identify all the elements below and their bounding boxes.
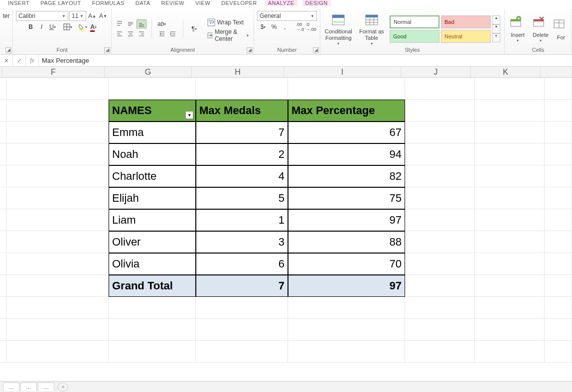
pivot-filter-button[interactable]: ▾ — [185, 111, 193, 119]
sheet-tab-3[interactable]: … — [38, 383, 54, 391]
cell[interactable] — [288, 341, 405, 363]
cell[interactable] — [405, 275, 475, 297]
pivot-row-name[interactable]: Oliver — [109, 231, 196, 253]
conditional-formatting-button[interactable]: Conditional Formatting▾ — [323, 12, 354, 45]
cell[interactable] — [288, 78, 405, 100]
cell[interactable] — [6, 78, 109, 100]
style-good[interactable]: Good — [390, 30, 439, 43]
cell[interactable] — [405, 319, 475, 341]
cell[interactable] — [475, 209, 545, 231]
underline-button[interactable]: U▾ — [48, 22, 58, 32]
col-header-H[interactable]: H — [192, 67, 284, 77]
cell[interactable] — [405, 297, 475, 319]
cell[interactable] — [475, 100, 545, 122]
text-direction-button[interactable]: ¶▾ — [189, 24, 199, 33]
col-header-I[interactable]: I — [284, 67, 401, 77]
cell[interactable] — [405, 187, 475, 209]
styles-scroll-up[interactable]: ▲ — [492, 15, 500, 24]
pivot-row-medals[interactable]: 1 — [196, 209, 288, 231]
format-cells-button[interactable]: For — [554, 18, 569, 40]
tab-design[interactable]: DESIGN — [302, 0, 331, 6]
styles-more[interactable]: ▾ — [492, 33, 500, 42]
cell[interactable] — [6, 319, 109, 341]
cell[interactable] — [405, 209, 475, 231]
tab-view[interactable]: VIEW — [192, 0, 213, 6]
cell[interactable] — [196, 78, 288, 100]
insert-cells-button[interactable]: Insert▾ — [508, 15, 528, 43]
cell[interactable] — [109, 78, 196, 100]
cell[interactable] — [475, 297, 545, 319]
cell[interactable] — [405, 143, 475, 165]
pivot-total-medals[interactable]: 7 — [196, 275, 288, 297]
cell[interactable] — [405, 78, 475, 100]
shrink-font-button[interactable]: A▼ — [98, 11, 108, 21]
cell[interactable] — [475, 165, 545, 187]
tab-review[interactable]: REVIEW — [158, 0, 187, 6]
pivot-row-medals[interactable]: 5 — [196, 187, 288, 209]
pivot-row-name[interactable]: Elijah — [109, 187, 196, 209]
cell[interactable] — [6, 253, 109, 275]
pivot-row-name[interactable]: Liam — [109, 209, 196, 231]
comma-button[interactable]: , — [280, 22, 290, 32]
cell[interactable] — [6, 231, 109, 253]
pivot-row-medals[interactable]: 2 — [196, 143, 288, 165]
col-header-G[interactable]: G — [105, 67, 192, 77]
wrap-text-button[interactable]: Wrap Text — [205, 17, 251, 28]
cell[interactable] — [475, 231, 545, 253]
cell[interactable] — [475, 122, 545, 143]
align-center-button[interactable] — [126, 29, 136, 38]
grow-font-button[interactable]: A▲ — [87, 11, 97, 21]
align-left-button[interactable] — [115, 29, 125, 38]
col-header-K[interactable]: K — [471, 67, 541, 77]
cell[interactable] — [475, 319, 545, 341]
pivot-row-name[interactable]: Emma — [109, 122, 196, 143]
worksheet-grid[interactable]: FGHIJK NAMES▾Max MedalsMax PercentageEmm… — [0, 67, 572, 386]
pivot-row-name[interactable]: Charlotte — [109, 165, 196, 187]
cell[interactable] — [196, 297, 288, 319]
style-bad[interactable]: Bad — [441, 15, 491, 28]
delete-cells-button[interactable]: Delete▾ — [531, 15, 551, 43]
pivot-header-names[interactable]: NAMES▾ — [109, 100, 196, 122]
cell[interactable] — [6, 100, 109, 122]
col-header-J[interactable]: J — [401, 67, 471, 77]
new-sheet-button[interactable]: ＋ — [57, 383, 68, 392]
cell[interactable] — [475, 275, 545, 297]
col-header-F[interactable]: F — [2, 67, 105, 77]
font-size-combo[interactable]: 11▼ — [69, 11, 86, 21]
percent-button[interactable]: % — [269, 22, 279, 32]
style-neutral[interactable]: Neutral — [441, 30, 491, 43]
number-launcher[interactable]: ◢ — [313, 47, 319, 53]
cell[interactable] — [109, 319, 196, 341]
cell[interactable] — [288, 319, 405, 341]
tab-analyze[interactable]: ANALYZE — [265, 0, 297, 6]
pivot-row-medals[interactable]: 3 — [196, 231, 288, 253]
cell[interactable] — [109, 297, 196, 319]
cell[interactable] — [196, 341, 288, 363]
decrease-indent-button[interactable] — [157, 29, 167, 38]
align-top-button[interactable] — [115, 19, 125, 28]
paste-button[interactable]: ter — [1, 11, 11, 21]
tab-page-layout[interactable]: PAGE LAYOUT — [37, 0, 84, 6]
decrease-decimal-button[interactable]: .0→.00 — [306, 22, 316, 32]
cell[interactable] — [475, 341, 545, 363]
cell[interactable] — [6, 187, 109, 209]
pivot-row-medals[interactable]: 4 — [196, 165, 288, 187]
fill-color-button[interactable]: ▾ — [78, 22, 88, 32]
pivot-row-name[interactable]: Noah — [109, 143, 196, 165]
pivot-row-medals[interactable]: 7 — [196, 122, 288, 143]
tab-data[interactable]: DATA — [133, 0, 153, 6]
pivot-row-pct[interactable]: 75 — [288, 187, 405, 209]
cell[interactable] — [405, 165, 475, 187]
increase-decimal-button[interactable]: .00→.0 — [295, 22, 305, 32]
pivot-row-name[interactable]: Olivia — [109, 253, 196, 275]
pivot-header-medals[interactable]: Max Medals — [196, 100, 288, 122]
pivot-row-pct[interactable]: 94 — [288, 143, 405, 165]
cell[interactable] — [6, 143, 109, 165]
pivot-row-pct[interactable]: 67 — [288, 122, 405, 143]
merge-center-button[interactable]: Merge & Center▾ — [205, 30, 251, 41]
cell[interactable] — [405, 122, 475, 143]
cell[interactable] — [6, 341, 109, 363]
cell[interactable] — [6, 165, 109, 187]
styles-scroll-down[interactable]: ▼ — [492, 24, 500, 33]
cell[interactable] — [405, 253, 475, 275]
